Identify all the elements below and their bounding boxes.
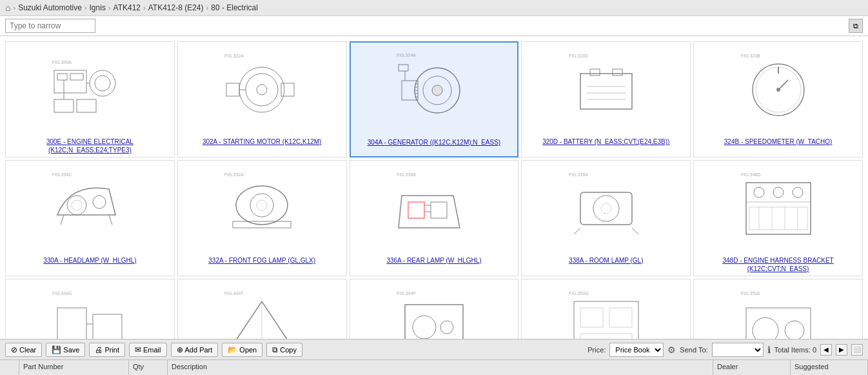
svg-rect-30 — [590, 69, 600, 76]
diagram-card-320D[interactable]: FIG.320D 320D - BATTERY (N_EASS;CVT;(E24… — [521, 41, 691, 157]
col-dealer: Dealer — [713, 360, 791, 375]
svg-point-48 — [236, 186, 288, 225]
copy-button[interactable]: ⧉ Copy — [266, 343, 302, 357]
svg-text:FIG.332A: FIG.332A — [224, 54, 244, 58]
svg-point-91 — [753, 318, 778, 339]
diagram-image-344P: FIG.344P — [353, 282, 516, 339]
clear-button[interactable]: ⊘ Clear — [5, 343, 42, 357]
svg-point-5 — [95, 76, 110, 91]
diagram-title-338A: 338A - ROOM LAMP (GL) — [569, 256, 643, 265]
svg-rect-7 — [77, 99, 96, 112]
svg-point-60 — [601, 203, 611, 214]
diagram-title-304A: 304A - GENERATOR ((K12C,K12M);N_EASS) — [368, 138, 500, 147]
clear-icon: ⊘ — [11, 345, 17, 354]
copy-icon: ⧉ — [272, 345, 278, 354]
svg-point-12 — [257, 85, 267, 95]
svg-rect-64 — [746, 183, 811, 234]
diagram-card-351E[interactable]: FIG.351E 351E — [693, 279, 863, 339]
col-description: Description — [168, 360, 713, 375]
bottom-toolbar: ⊘ Clear 💾 Save 🖨 Print ✉ Email ⊕ Add Par… — [0, 339, 868, 360]
svg-rect-53 — [408, 202, 424, 218]
breadcrumb-atk412-8[interactable]: ATK412-8 (E24) — [148, 3, 204, 12]
price-section: Price: Price Book ⚙ Send To: ℹ Total Ite… — [587, 343, 863, 357]
col-checkbox — [0, 360, 19, 375]
svg-line-45 — [61, 215, 64, 225]
svg-point-44 — [93, 196, 106, 208]
settings-icon[interactable]: ⚙ — [667, 345, 676, 355]
diagram-card-350G[interactable]: FIG.350G 350G — [521, 279, 691, 339]
diagram-card-344P[interactable]: FIG.344P 344P — [350, 279, 519, 339]
add-part-icon: ⊕ — [177, 345, 183, 354]
open-button[interactable]: 📂 Open — [222, 343, 262, 357]
parts-table-header: Part Number Qty Description Dealer Sugge… — [0, 360, 868, 375]
price-label: Price: — [587, 346, 606, 354]
svg-rect-26 — [399, 65, 408, 71]
svg-rect-6 — [54, 99, 74, 112]
breadcrumb-suzuki[interactable]: Suzuki Automotive — [18, 3, 82, 12]
diagram-card-348D[interactable]: FIG.348D 348D - ENGINE HARNESS BRACKET (… — [693, 160, 863, 276]
svg-point-59 — [593, 196, 619, 221]
diagram-image-350G: FIG.350G — [524, 282, 687, 339]
svg-text:FIG.324B: FIG.324B — [741, 54, 760, 58]
diagram-card-302A[interactable]: FIG.332A 302A - STARTING MOTOR (K12C,K12… — [177, 41, 347, 157]
svg-point-40 — [776, 88, 780, 92]
add-part-button[interactable]: ⊕ Add Part — [171, 343, 219, 357]
diagram-card-300E[interactable]: FIG.300A 300E - ENGINE ELECTRICAL (K12C;… — [5, 41, 175, 157]
svg-text:FIG.344G: FIG.344G — [52, 291, 72, 296]
print-button[interactable]: 🖨 Print — [89, 343, 125, 357]
print-icon: 🖨 — [95, 345, 103, 354]
svg-text:FIG.351E: FIG.351E — [741, 291, 760, 296]
open-icon: 📂 — [228, 345, 237, 354]
svg-text:FIG.344T: FIG.344T — [224, 291, 244, 296]
home-icon[interactable]: ⌂ — [5, 3, 10, 13]
search-input[interactable] — [5, 19, 95, 33]
breadcrumb-electrical[interactable]: 80 - Electrical — [211, 3, 258, 12]
svg-point-43 — [72, 200, 82, 210]
info-icon[interactable]: ℹ — [767, 345, 771, 355]
svg-point-3 — [90, 70, 115, 96]
svg-rect-75 — [57, 308, 86, 339]
svg-point-50 — [257, 200, 267, 210]
diagram-title-330A: 330A - HEADLAMP (W_HLGHL) — [43, 256, 136, 265]
breadcrumb-ignis[interactable]: Ignis — [90, 3, 106, 12]
svg-text:FIG.320D: FIG.320D — [569, 54, 588, 58]
svg-text:FIG.344P: FIG.344P — [397, 291, 416, 296]
diagram-image-348D: FIG.348D — [696, 163, 860, 254]
save-button[interactable]: 💾 Save — [46, 343, 85, 357]
svg-point-82 — [413, 316, 436, 339]
svg-rect-54 — [431, 202, 447, 218]
prev-button[interactable]: ◀ — [820, 344, 832, 356]
diagram-card-324B[interactable]: FIG.324B 324B - SPEEDOMETER (W_TACHO) — [693, 41, 863, 157]
svg-rect-2 — [70, 74, 83, 80]
copy-icon-top[interactable]: ⧉ — [849, 19, 863, 33]
diagram-image-344T: FIG.344T — [181, 282, 344, 339]
email-button[interactable]: ✉ Email — [129, 343, 167, 357]
svg-point-67 — [773, 187, 784, 198]
diagram-image-320D: FIG.320D — [524, 45, 687, 135]
diagram-card-332A[interactable]: FIG.332A 332A - FRONT FOG LAMP (GL,GLX) — [177, 160, 347, 276]
diagram-card-304A[interactable]: FIG.304A 304A - GENERATOR ((K12C,K12M);N… — [350, 41, 519, 157]
diagram-image-336A: FIG.336A — [353, 163, 516, 254]
diagram-card-336A[interactable]: FIG.336A 336A - REAR LAMP (W_HLGHL) — [350, 160, 519, 276]
svg-text:FIG.338A: FIG.338A — [569, 172, 588, 177]
breadcrumb-atk412[interactable]: ATK412 — [113, 3, 141, 12]
send-to-label: Send To: — [680, 346, 707, 354]
send-to-select[interactable] — [712, 343, 764, 357]
diagram-image-338A: FIG.338A — [524, 163, 687, 254]
svg-point-42 — [67, 196, 86, 215]
svg-text:FIG.304A: FIG.304A — [397, 53, 416, 57]
price-select[interactable]: Price Book — [609, 343, 664, 357]
diagram-card-330A[interactable]: FIG.334C 330A - HEADLAMP (W_HLGHL) — [5, 160, 175, 276]
svg-point-49 — [250, 194, 273, 217]
diagram-grid: FIG.300A 300E - ENGINE ELECTRICAL (K12C;… — [5, 41, 863, 339]
diagram-title-336A: 336A - REAR LAMP (W_HLGHL) — [386, 256, 481, 265]
next-button[interactable]: ▶ — [836, 344, 847, 356]
total-items-label: Total Items: 0 — [774, 346, 816, 354]
maximize-button[interactable]: ⬜ — [851, 344, 863, 356]
diagram-card-344G[interactable]: FIG.344G 344G — [5, 279, 175, 339]
diagram-image-304A: FIG.304A — [353, 45, 515, 136]
diagram-card-338A[interactable]: FIG.338A 338A - ROOM LAMP (GL) — [521, 160, 691, 276]
svg-rect-88 — [580, 334, 632, 339]
diagram-card-344T[interactable]: FIG.344T 344T — [177, 279, 347, 339]
svg-text:FIG.334C: FIG.334C — [52, 172, 72, 177]
